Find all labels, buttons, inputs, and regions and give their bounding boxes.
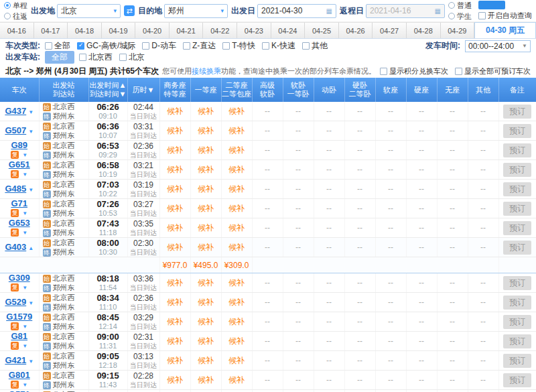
waitlist-link[interactable]: 候补 bbox=[198, 356, 214, 365]
book-button[interactable]: 预订 bbox=[503, 143, 531, 157]
waitlist-link[interactable]: 候补 bbox=[228, 356, 245, 365]
waitlist-link[interactable]: 候补 bbox=[228, 204, 245, 213]
waitlist-link[interactable]: 候补 bbox=[198, 298, 214, 307]
date-tab-selected[interactable]: 04-30 周五 bbox=[474, 22, 536, 38]
depart-time-select[interactable]: 00:00--24:00 ▼ bbox=[465, 40, 531, 52]
waitlist-link[interactable]: 候补 bbox=[167, 126, 183, 135]
waitlist-link[interactable]: 候补 bbox=[228, 298, 245, 307]
waitlist-link[interactable]: 候补 bbox=[167, 165, 183, 174]
train-type-checkbox[interactable]: 全部 bbox=[45, 40, 70, 52]
train-number-link[interactable]: G485 bbox=[5, 184, 26, 194]
date-tab[interactable]: 04-28 bbox=[407, 22, 441, 38]
book-button[interactable]: 预订 bbox=[503, 315, 531, 329]
waitlist-link[interactable]: 候补 bbox=[167, 204, 183, 213]
expand-icon[interactable]: ▼ bbox=[22, 324, 27, 330]
train-number-link[interactable]: G571 bbox=[9, 389, 30, 392]
waitlist-link[interactable]: 候补 bbox=[228, 243, 245, 252]
waitlist-link[interactable]: 候补 bbox=[228, 317, 245, 326]
waitlist-link[interactable]: 候补 bbox=[198, 223, 214, 233]
expand-icon[interactable]: ▼ bbox=[28, 187, 34, 193]
waitlist-link[interactable]: 候补 bbox=[167, 145, 183, 155]
train-type-checkbox[interactable]: T-特快 bbox=[222, 40, 255, 52]
date-tab[interactable]: 04-23 bbox=[237, 22, 271, 38]
date-tab[interactable]: 04-25 bbox=[305, 22, 339, 38]
date-tab[interactable]: 04-20 bbox=[135, 22, 170, 38]
book-button[interactable]: 预订 bbox=[503, 354, 531, 368]
train-number-link[interactable]: G403 bbox=[5, 242, 26, 252]
column-header[interactable]: 历时▼ bbox=[127, 78, 159, 102]
expand-icon[interactable]: ▼ bbox=[22, 382, 27, 388]
book-button[interactable]: 预订 bbox=[503, 202, 531, 216]
waitlist-link[interactable]: 候补 bbox=[228, 336, 245, 346]
expand-icon[interactable]: ▼ bbox=[28, 109, 34, 115]
waitlist-link[interactable]: 候补 bbox=[167, 375, 183, 385]
waitlist-link[interactable]: 候补 bbox=[198, 336, 214, 346]
expand-icon[interactable]: ▼ bbox=[28, 129, 34, 135]
transfer-link[interactable]: 接续换乘 bbox=[192, 67, 221, 75]
book-button[interactable]: 预订 bbox=[503, 163, 531, 177]
station-checkbox[interactable]: 北京西 bbox=[79, 52, 113, 63]
waitlist-link[interactable]: 候补 bbox=[228, 223, 245, 233]
show-points-trains-checkbox[interactable]: 显示积分兑换车次 bbox=[380, 66, 448, 76]
expand-icon[interactable]: ▼ bbox=[22, 152, 27, 158]
station-checkbox[interactable]: 北京 bbox=[119, 52, 145, 63]
waitlist-link[interactable]: 候补 bbox=[198, 317, 214, 326]
date-tab[interactable]: 04-16 bbox=[0, 22, 34, 38]
train-type-checkbox[interactable]: 其他 bbox=[302, 40, 328, 52]
show-bookable-trains-checkbox[interactable]: 显示全部可预订车次 bbox=[455, 66, 531, 76]
waitlist-link[interactable]: 候补 bbox=[228, 184, 245, 194]
waitlist-link[interactable]: 候补 bbox=[198, 204, 214, 213]
train-number-link[interactable]: G651 bbox=[9, 159, 30, 170]
waitlist-link[interactable]: 候补 bbox=[198, 184, 214, 194]
date-tab[interactable]: 04-29 bbox=[441, 22, 475, 38]
train-number-link[interactable]: G653 bbox=[9, 218, 30, 228]
train-type-checkbox[interactable]: D-动车 bbox=[142, 40, 176, 52]
waitlist-link[interactable]: 候补 bbox=[198, 165, 214, 174]
expand-icon[interactable]: ▼ bbox=[22, 210, 27, 216]
expand-icon[interactable]: ▼ bbox=[22, 172, 27, 178]
waitlist-link[interactable]: 候补 bbox=[228, 278, 245, 287]
expand-icon[interactable]: ▼ bbox=[28, 358, 34, 365]
waitlist-link[interactable]: 候补 bbox=[198, 243, 214, 252]
waitlist-link[interactable]: 候补 bbox=[167, 317, 183, 326]
passenger-student-radio[interactable]: 学生 bbox=[448, 11, 472, 21]
expand-icon[interactable]: ▼ bbox=[28, 300, 34, 306]
passenger-normal-radio[interactable]: 普通 bbox=[448, 1, 472, 11]
date-tab[interactable]: 04-18 bbox=[68, 22, 102, 38]
swap-stations-button[interactable]: ⇄ bbox=[124, 5, 135, 16]
waitlist-link[interactable]: 候补 bbox=[167, 243, 183, 252]
collapse-icon[interactable]: ▲ bbox=[28, 245, 34, 251]
waitlist-link[interactable]: 候补 bbox=[228, 165, 245, 174]
train-type-checkbox[interactable]: Z-直达 bbox=[183, 40, 216, 52]
waitlist-link[interactable]: 候补 bbox=[228, 107, 245, 116]
depart-date-input[interactable]: 2021-04-30 ▦ bbox=[257, 4, 336, 18]
waitlist-link[interactable]: 候补 bbox=[167, 223, 183, 233]
from-input[interactable]: 北京 ▾ bbox=[57, 4, 121, 18]
date-tab[interactable]: 04-17 bbox=[34, 22, 68, 38]
date-tab[interactable]: 04-24 bbox=[271, 22, 306, 38]
waitlist-link[interactable]: 候补 bbox=[198, 145, 214, 155]
date-tab[interactable]: 04-22 bbox=[203, 22, 237, 38]
to-input[interactable]: 郑州 ▾ bbox=[164, 4, 228, 18]
waitlist-link[interactable]: 候补 bbox=[228, 375, 245, 385]
train-number-link[interactable]: G507 bbox=[5, 125, 26, 135]
auto-query-checkbox[interactable]: 开启自动查询 bbox=[478, 11, 532, 21]
expand-icon[interactable]: ▼ bbox=[22, 285, 27, 291]
waitlist-link[interactable]: 候补 bbox=[167, 356, 183, 365]
waitlist-link[interactable]: 候补 bbox=[198, 107, 214, 116]
expand-icon[interactable]: ▼ bbox=[22, 230, 27, 236]
query-button[interactable] bbox=[478, 1, 505, 9]
one-way-radio[interactable]: 单程 bbox=[4, 1, 27, 11]
train-number-link[interactable]: G71 bbox=[11, 198, 27, 208]
waitlist-link[interactable]: 候补 bbox=[198, 126, 214, 135]
waitlist-link[interactable]: 候补 bbox=[198, 375, 214, 385]
train-number-link[interactable]: G81 bbox=[11, 331, 27, 341]
waitlist-link[interactable]: 候补 bbox=[198, 278, 214, 287]
waitlist-link[interactable]: 候补 bbox=[167, 184, 183, 194]
train-number-link[interactable]: G89 bbox=[11, 140, 27, 150]
train-number-link[interactable]: G421 bbox=[5, 355, 26, 365]
date-tab[interactable]: 04-27 bbox=[373, 22, 407, 38]
train-number-link[interactable]: G309 bbox=[9, 273, 30, 283]
train-type-checkbox[interactable]: GC-高铁/城际 bbox=[77, 40, 135, 52]
book-button[interactable]: 预订 bbox=[503, 105, 531, 119]
